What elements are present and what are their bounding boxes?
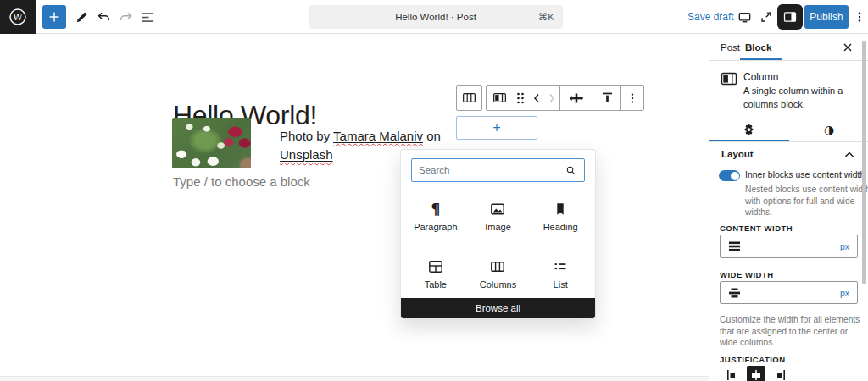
block-label: Table xyxy=(425,279,447,290)
justify-right-button[interactable] xyxy=(771,366,789,381)
wide-width-input[interactable]: px xyxy=(720,281,858,304)
paragraph-icon: ¶ xyxy=(431,201,440,218)
sidebar-scrollbar[interactable] xyxy=(862,41,866,284)
plus-icon: + xyxy=(492,121,500,135)
redo-icon xyxy=(118,9,134,25)
command-shortcut: ⌘K xyxy=(538,5,554,29)
quick-inserter-popup: ¶ Paragraph Image xyxy=(400,149,596,319)
canvas-bottom-edge xyxy=(0,376,709,381)
monitor-icon xyxy=(737,9,753,25)
block-item-columns[interactable]: Columns xyxy=(467,248,530,299)
content-width-icon xyxy=(728,241,741,252)
credit-link-author[interactable]: Tamara Malaniv xyxy=(333,129,423,143)
redo-button[interactable] xyxy=(115,7,136,27)
vertical-align-top-icon xyxy=(599,90,615,106)
tab-styles[interactable]: ◑ xyxy=(789,117,868,141)
expand-column-button[interactable] xyxy=(560,86,593,110)
column-block-type-button[interactable] xyxy=(487,86,512,110)
credit-middle: on xyxy=(423,129,441,143)
chevron-right-icon xyxy=(547,92,557,104)
tab-settings[interactable] xyxy=(709,117,789,141)
inner-blocks-width-toggle[interactable] xyxy=(719,170,740,181)
flower-photo-image[interactable] xyxy=(172,118,251,168)
wordpress-w-icon: W xyxy=(8,7,28,27)
list-view-icon xyxy=(140,9,156,25)
move-right-button[interactable] xyxy=(544,86,559,110)
columns-icon xyxy=(489,258,506,275)
tab-post[interactable]: Post xyxy=(721,34,740,61)
credit-link-unsplash[interactable]: Unsplash xyxy=(280,147,333,162)
px-unit-button[interactable]: px xyxy=(840,288,849,298)
wide-width-label: WIDE WIDTH xyxy=(720,270,774,279)
justify-left-button[interactable] xyxy=(723,366,742,381)
column-block-icon xyxy=(721,72,737,86)
block-search-input[interactable] xyxy=(412,165,565,175)
select-columns-parent-button[interactable] xyxy=(457,86,481,110)
collapse-layout-button[interactable] xyxy=(843,151,855,159)
image-icon xyxy=(489,201,506,218)
wordpress-block-editor: W xyxy=(0,0,868,381)
list-view-button[interactable] xyxy=(137,7,158,27)
more-options-button[interactable] xyxy=(851,7,868,27)
document-title: Hello World! · Post xyxy=(395,12,476,22)
block-options-button[interactable] xyxy=(621,86,643,110)
view-post-button[interactable] xyxy=(756,7,776,27)
publish-button[interactable]: Publish xyxy=(804,5,849,29)
sidebar-header: Post Block xyxy=(709,34,868,61)
sidebar-panel-icon xyxy=(782,9,798,25)
plus-icon xyxy=(47,9,62,25)
editor-canvas: Hello World! Photo by Tamara Malaniv on … xyxy=(0,34,709,381)
justify-left-icon xyxy=(726,368,739,381)
px-unit-button[interactable]: px xyxy=(840,241,849,251)
wordpress-logo-icon[interactable]: W xyxy=(0,0,36,34)
block-card-title: Column xyxy=(743,71,778,83)
block-item-image[interactable]: Image xyxy=(467,190,530,241)
block-search-box[interactable] xyxy=(411,158,585,182)
toggle-help-text: Nested blocks use content width with opt… xyxy=(745,184,868,218)
save-draft-button[interactable]: Save draft xyxy=(687,0,734,34)
column-icon xyxy=(492,90,508,106)
undo-button[interactable] xyxy=(93,7,114,27)
toggle-knob xyxy=(731,172,739,180)
drag-handle-icon xyxy=(515,91,526,105)
close-sidebar-button[interactable] xyxy=(841,41,854,54)
styles-icon: ◑ xyxy=(824,124,834,135)
kebab-menu-icon xyxy=(853,9,866,25)
divider xyxy=(709,141,868,142)
svg-text:W: W xyxy=(13,12,23,23)
drag-handle[interactable] xyxy=(512,86,529,110)
move-left-button[interactable] xyxy=(529,86,544,110)
block-item-list[interactable]: List xyxy=(529,248,592,299)
settings-panel-toggle[interactable] xyxy=(777,4,803,30)
justify-center-button[interactable] xyxy=(747,366,765,381)
block-item-table[interactable]: Table xyxy=(404,248,467,299)
magnifier-icon xyxy=(565,164,577,177)
editor-topbar: W xyxy=(0,0,868,34)
block-toolbar xyxy=(486,85,644,111)
table-icon xyxy=(427,258,444,275)
block-label: Columns xyxy=(480,279,516,290)
close-icon xyxy=(843,42,853,52)
block-label: Paragraph xyxy=(414,222,457,232)
expand-horizontal-icon xyxy=(568,90,585,107)
kebab-menu-icon xyxy=(626,91,639,106)
block-item-heading[interactable]: Heading xyxy=(529,190,592,241)
empty-block-placeholder[interactable]: Type / to choose a block xyxy=(173,174,310,189)
edit-tool-button[interactable] xyxy=(71,7,92,27)
layout-panel-title[interactable]: Layout xyxy=(721,149,754,159)
expand-icon xyxy=(759,9,774,25)
content-width-input[interactable]: px xyxy=(720,235,858,258)
credit-prefix: Photo by xyxy=(280,129,333,143)
block-appender-button[interactable]: + xyxy=(456,116,537,140)
toggle-label[interactable]: Inner blocks use content width xyxy=(745,169,865,179)
block-item-paragraph[interactable]: ¶ Paragraph xyxy=(404,190,467,241)
block-card-description: A single column within a columns block. xyxy=(743,85,857,111)
preview-button[interactable] xyxy=(734,7,754,27)
vertical-align-button[interactable] xyxy=(593,86,620,110)
list-icon xyxy=(552,258,569,275)
browse-all-button[interactable]: Browse all xyxy=(401,298,595,318)
toggle-block-inserter-button[interactable] xyxy=(42,5,66,29)
document-title-button[interactable]: Hello World! · Post ⌘K xyxy=(309,5,563,29)
chevron-left-icon xyxy=(531,92,542,104)
active-tab-indicator xyxy=(740,58,782,60)
